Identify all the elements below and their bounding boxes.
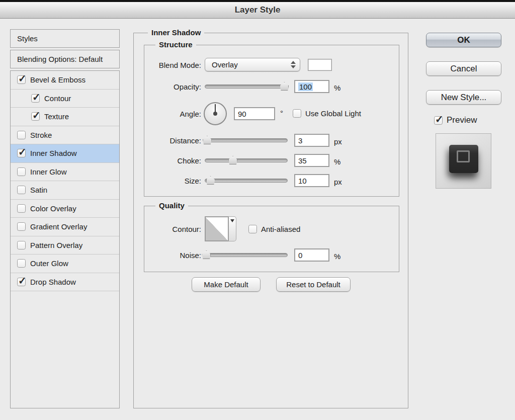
dropdown-arrow-icon (230, 219, 234, 222)
effect-checkbox[interactable] (17, 222, 26, 231)
noise-input[interactable]: 0 (294, 248, 329, 262)
use-global-light-row: Use Global Light (293, 109, 361, 118)
structure-group: Structure Blend Mode: Overlay Opacity: 1… (144, 45, 399, 197)
new-style-button[interactable]: New Style... (426, 90, 501, 105)
choke-slider-track[interactable] (205, 158, 288, 162)
structure-group-title: Structure (155, 40, 196, 49)
effect-label: Outer Glow (30, 259, 68, 268)
dialog-title: Layer Style (235, 5, 281, 15)
sidebar-item-bevel-emboss[interactable]: Bevel & Emboss (11, 71, 119, 90)
sidebar-item-satin[interactable]: Satin (11, 181, 119, 200)
ok-button[interactable]: OK (426, 33, 501, 47)
make-default-button[interactable]: Make Default (192, 277, 261, 292)
effect-checkbox[interactable] (17, 186, 26, 194)
sidebar-item-gradient-overlay[interactable]: Gradient Overlay (11, 218, 119, 236)
sidebar-item-blending-options[interactable]: Blending Options: Default (10, 50, 120, 68)
distance-unit: px (334, 137, 342, 146)
choke-slider-thumb[interactable] (228, 156, 237, 164)
effect-checkbox[interactable] (17, 278, 26, 286)
quality-group: Quality Contour: Anti-aliased Noise: 0 % (144, 206, 399, 272)
opacity-slider-track[interactable] (205, 85, 288, 89)
size-input[interactable]: 10 (294, 174, 329, 187)
shadow-color-swatch[interactable] (308, 59, 332, 71)
stepper-arrows-icon (291, 61, 296, 68)
blend-mode-select[interactable]: Overlay (205, 58, 300, 71)
effects-list: Bevel & EmbossContourTextureStrokeInner … (10, 70, 120, 408)
size-unit: px (334, 178, 342, 186)
effect-checkbox[interactable] (31, 94, 40, 103)
effect-checkbox[interactable] (17, 131, 26, 139)
size-slider-track[interactable] (205, 179, 288, 183)
preview-label: Preview (447, 115, 477, 125)
quality-group-title: Quality (155, 201, 188, 210)
sidebar-item-outer-glow[interactable]: Outer Glow (11, 255, 119, 273)
reset-to-default-button[interactable]: Reset to Default (276, 277, 351, 292)
size-slider[interactable] (205, 177, 288, 185)
noise-unit: % (334, 252, 340, 261)
contour-label: Contour: (144, 225, 201, 233)
use-global-light-checkbox[interactable] (293, 109, 301, 118)
effect-label: Stroke (30, 131, 52, 139)
sidebar-item-color-overlay[interactable]: Color Overlay (11, 200, 119, 218)
effect-checkbox[interactable] (17, 167, 26, 176)
opacity-input[interactable]: 100 (294, 80, 329, 93)
noise-slider-thumb[interactable] (202, 250, 211, 259)
effect-label: Satin (30, 186, 47, 194)
sidebar-item-drop-shadow[interactable]: Drop Shadow (11, 273, 119, 292)
noise-slider-track[interactable] (205, 253, 288, 257)
sidebar-item-stroke[interactable]: Stroke (11, 126, 119, 145)
angle-dial[interactable] (204, 102, 227, 125)
preview-square-icon (449, 145, 478, 173)
sidebar-item-texture[interactable]: Texture (11, 108, 119, 126)
sidebar-item-inner-glow[interactable]: Inner Glow (11, 163, 119, 182)
size-slider-thumb[interactable] (206, 176, 215, 185)
choke-value: 35 (298, 156, 307, 165)
inner-shadow-panel: Inner Shadow Structure Blend Mode: Overl… (133, 33, 408, 408)
preview-row: Preview (434, 115, 477, 125)
choke-slider[interactable] (205, 156, 288, 164)
panel-title: Inner Shadow (148, 28, 204, 37)
choke-input[interactable]: 35 (294, 154, 329, 167)
opacity-slider[interactable] (205, 82, 288, 91)
effect-label: Inner Glow (30, 167, 67, 176)
effect-checkbox[interactable] (17, 259, 26, 268)
choke-unit: % (334, 157, 340, 166)
angle-label: Angle: (144, 110, 201, 118)
distance-slider[interactable] (205, 136, 288, 144)
effect-checkbox[interactable] (17, 204, 26, 213)
effect-label: Drop Shadow (30, 278, 76, 286)
noise-label: Noise: (144, 251, 201, 260)
sidebar-item-inner-shadow[interactable]: Inner Shadow (11, 144, 119, 163)
effect-checkbox[interactable] (31, 112, 40, 121)
angle-center-dot-icon (213, 112, 217, 116)
cancel-button[interactable]: Cancel (426, 61, 501, 76)
layer-style-dialog: Layer Style Styles Blending Options: Def… (0, 0, 515, 420)
contour-dropdown-button[interactable] (229, 216, 236, 241)
choke-label: Choke: (144, 156, 201, 165)
effect-label: Bevel & Emboss (30, 75, 85, 84)
effect-checkbox[interactable] (17, 241, 26, 249)
sidebar-item-contour[interactable]: Contour (11, 90, 119, 108)
sidebar-item-pattern-overlay[interactable]: Pattern Overlay (11, 236, 119, 255)
opacity-value: 100 (298, 82, 313, 91)
preview-checkbox[interactable] (434, 116, 443, 125)
blend-mode-label: Blend Mode: (144, 61, 201, 69)
effect-checkbox[interactable] (17, 149, 26, 157)
distance-input[interactable]: 3 (294, 134, 329, 147)
distance-slider-thumb[interactable] (203, 136, 212, 144)
preview-inner-outline-icon (457, 150, 470, 162)
angle-input[interactable]: 90 (234, 107, 275, 120)
distance-slider-track[interactable] (205, 138, 288, 142)
effect-label: Pattern Overlay (30, 241, 82, 249)
anti-aliased-checkbox[interactable] (248, 225, 257, 233)
contour-picker[interactable] (205, 216, 236, 241)
dialog-titlebar[interactable]: Layer Style (0, 0, 515, 19)
noise-slider[interactable] (205, 251, 288, 259)
effect-checkbox[interactable] (17, 75, 26, 84)
contour-thumbnail-icon[interactable] (205, 216, 229, 241)
blending-options-label: Blending Options: Default (17, 55, 103, 63)
size-value: 10 (298, 177, 307, 185)
sidebar-styles-header[interactable]: Styles (10, 29, 120, 48)
opacity-slider-thumb[interactable] (280, 82, 289, 91)
opacity-label: Opacity: (144, 82, 201, 91)
